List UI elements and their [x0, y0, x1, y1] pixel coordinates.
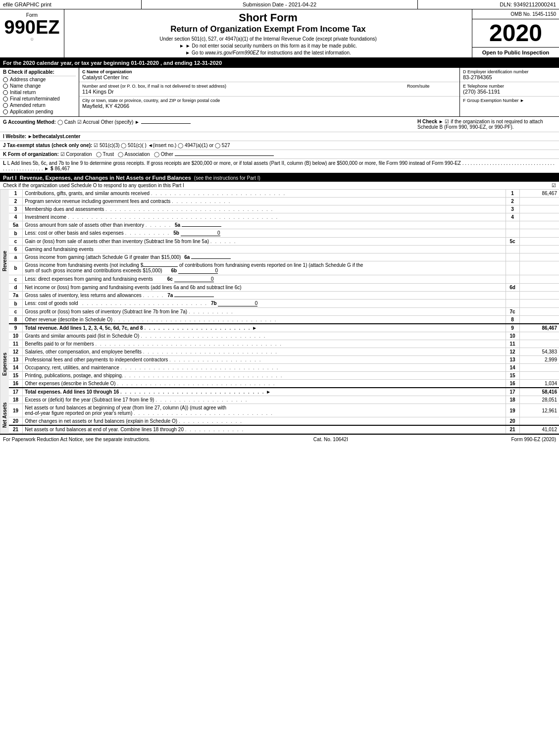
line-val-18: 28,051: [519, 396, 559, 404]
footer-mid: Cat. No. 10642I: [313, 437, 348, 442]
line-val-21: 41,012: [519, 425, 559, 434]
line-val-15: [519, 372, 559, 380]
room-col: Room/suite: [407, 84, 457, 95]
table-row: c Gross profit or (loss) from sales of i…: [9, 308, 559, 316]
line-ref-17: 17: [506, 388, 519, 396]
line-ref-9: 9: [506, 324, 519, 332]
check-amended: Amended return: [3, 102, 76, 108]
line-val-6b: [519, 261, 559, 275]
line-num-1: 1: [9, 190, 23, 198]
h-block: H Check ► ☑ if the organization is not r…: [417, 119, 556, 130]
line-desc-8: Other revenue (describe in Schedule O) .…: [23, 316, 506, 324]
radio-final[interactable]: [3, 97, 8, 101]
info-grid: B Check if applicable: Address change Na…: [0, 68, 559, 174]
line-val-5a: [519, 221, 559, 229]
year-line: For the 2020 calendar year, or tax year …: [0, 58, 559, 68]
line-ref-1: 1: [506, 190, 519, 198]
line-ref-10: 10: [506, 332, 519, 340]
line-ref-2: 2: [506, 198, 519, 205]
table-row: 5a Gross amount from sale of assets othe…: [9, 221, 559, 229]
omb-block: OMB No. 1545-1150: [472, 9, 559, 19]
line-ref-6d: 6d: [506, 284, 519, 292]
form-number-block: Form 990EZ ☺: [0, 9, 64, 57]
line-num-13: 13: [9, 356, 23, 364]
i-label: I Website: ►bethecatalyst.center: [3, 134, 80, 139]
k-row: K Form of organization: ☑ Corporation ◯ …: [0, 150, 559, 159]
revenue-table-container: Revenue 1 Contributions, gifts, grants, …: [0, 190, 559, 332]
line-desc-12: Salaries, other compensation, and employ…: [23, 348, 506, 356]
other-form-field: [175, 155, 274, 156]
part1-title: Revenue, Expenses, and Changes in Net As…: [20, 175, 191, 181]
pending-label: Application pending: [10, 109, 53, 114]
line-num-16: 16: [9, 380, 23, 388]
line-ref-13: 13: [506, 356, 519, 364]
c-label: C Name of organization: [82, 69, 457, 74]
street-value: 114 Kings Dr: [82, 89, 402, 95]
line-desc-13: Professional fees and other payments to …: [23, 356, 506, 364]
short-form-title: Short Form: [69, 11, 467, 24]
table-row: 21 Net assets or fund balances at end of…: [9, 425, 559, 434]
line-num-3: 3: [9, 205, 23, 213]
radio-name[interactable]: [3, 84, 8, 89]
table-row: 11 Benefits paid to or for members . . .…: [9, 340, 559, 348]
line-ref-7b: [506, 300, 519, 308]
j-label: J Tax-exempt status (check only one):: [3, 143, 92, 148]
main-header: Form 990EZ ☺ Short Form Return of Organi…: [0, 9, 559, 58]
radio-pending[interactable]: [3, 109, 8, 114]
city-row: City or town, state or province, country…: [79, 97, 459, 110]
revenue-side-label: Revenue: [0, 190, 9, 332]
line-val-5b: [519, 229, 559, 238]
line-val-3: [519, 205, 559, 213]
table-row: 12 Salaries, other compensation, and emp…: [9, 348, 559, 356]
table-row: 2 Program service revenue including gove…: [9, 198, 559, 205]
radio-address[interactable]: [3, 77, 8, 82]
year-number: 2020: [475, 21, 556, 45]
other-field: [141, 123, 191, 124]
form-990ez: 990EZ: [4, 18, 60, 37]
assoc-label: ◯ Association: [118, 151, 150, 157]
line-num-5c: c: [9, 238, 23, 246]
year-block: 2020: [472, 19, 559, 48]
line-ref-20: 20: [506, 417, 519, 426]
line-val-20: [519, 417, 559, 426]
arrow-icon2: ►: [185, 50, 190, 55]
line-num-6c: c: [9, 275, 23, 284]
line-num-2: 2: [9, 198, 23, 205]
line-val-13: 2,999: [519, 356, 559, 364]
check-label: B Check if applicable:: [3, 69, 76, 76]
table-row: a Gross income from gaming (attach Sched…: [9, 253, 559, 261]
table-row: 19 Net assets or fund balances at beginn…: [9, 404, 559, 417]
line-num-5a: 5a: [9, 221, 23, 229]
amended-label: Amended return: [10, 102, 46, 108]
radio-amended[interactable]: [3, 103, 8, 108]
accrual-label: ☑ Accrual: [77, 119, 100, 125]
table-row: 3 Membership dues and assessments . . . …: [9, 205, 559, 213]
table-row: 16 Other expenses (describe in Schedule …: [9, 380, 559, 388]
radio-initial[interactable]: [3, 90, 8, 95]
cash-label: ◯ Cash: [57, 119, 76, 125]
line-val-6c: [519, 275, 559, 284]
footer-right: Form 990-EZ (2020): [511, 437, 556, 442]
corp-label: ☑ Corporation: [60, 151, 92, 157]
table-row-total17: 17 Total expenses. Add lines 10 through …: [9, 388, 559, 396]
line-desc-10: Grants and similar amounts paid (list in…: [23, 332, 506, 340]
table-row: c Gain or (loss) from sale of assets oth…: [9, 238, 559, 246]
line-val-4: [519, 213, 559, 221]
top-bar: efile GRAPHIC print Submission Date - 20…: [0, 0, 559, 9]
line-ref-6c: [506, 275, 519, 284]
line-num-17: 17: [9, 388, 23, 396]
line-num-14: 14: [9, 364, 23, 372]
arrow-icon: ►: [179, 43, 184, 49]
net-assets-table-container: Net Assets 18 Excess or (deficit) for th…: [0, 396, 559, 434]
part1-header-bar: Part I Revenue, Expenses, and Changes in…: [0, 174, 559, 182]
l-label: L: [3, 160, 7, 166]
net-assets-table: 18 Excess or (deficit) for the year (Sub…: [9, 396, 559, 434]
table-row: 15 Printing, publications, postage, and …: [9, 372, 559, 380]
line-val-5c: [519, 238, 559, 246]
table-row-total9: 9 Total revenue. Add lines 1, 2, 3, 4, 5…: [9, 324, 559, 332]
table-row: b Less: cost of goods sold . . . . . . .…: [9, 300, 559, 308]
line-val-14: [519, 364, 559, 372]
revenue-table: 1 Contributions, gifts, grants, and simi…: [9, 190, 559, 332]
table-row: 13 Professional fees and other payments …: [9, 356, 559, 364]
f-label: F Group Exemption Number ►: [463, 98, 556, 103]
